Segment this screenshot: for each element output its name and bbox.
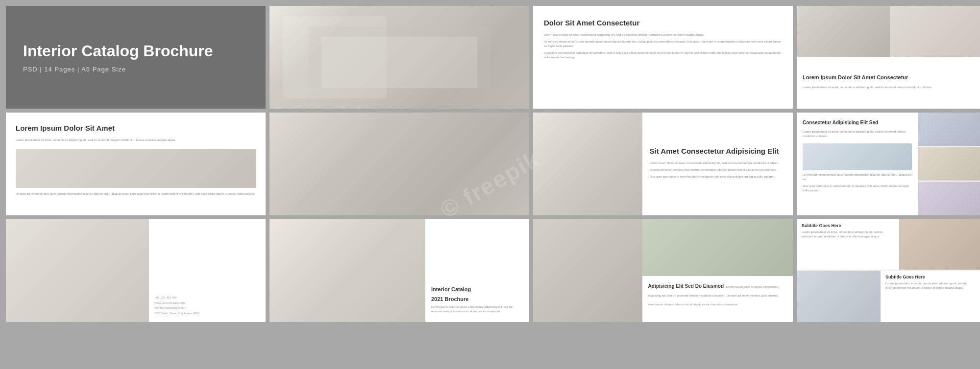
subtitle-body-2: Lorem ipsum dolor sit amet, consectetur … bbox=[885, 281, 978, 290]
sit-amet-image bbox=[533, 113, 642, 215]
contact-website: www.yourcompany.com bbox=[155, 300, 260, 306]
subtitle-body-1: Lorem ipsum dolor sit amet, consectetur … bbox=[802, 230, 894, 239]
adip-text-col: Adipisicing Elit Sed Do Eiusmod Lorem ip… bbox=[642, 276, 793, 323]
interior-image-page bbox=[270, 6, 529, 109]
subtitle-page: Subtitle Goes Here Lorem ipsum dolor sit… bbox=[797, 219, 980, 322]
consectetur-right-imgs bbox=[918, 113, 980, 215]
dolor-body3: Excepteur sint occaecat cupidatat non pr… bbox=[544, 51, 782, 60]
lorem-ipsum-dolor-heading: Lorem Ipsum Dolor Sit Amet Consectetur bbox=[803, 74, 977, 81]
consec-img-2 bbox=[918, 147, 980, 181]
subtitle-image-1 bbox=[899, 219, 980, 270]
contact-info-col: +01 123 453 789 www.yourcompany.com info… bbox=[149, 219, 266, 322]
sit-amet-body2: Ut enim ad minim veniam, quis nostrud ex… bbox=[650, 168, 785, 172]
sit-amet-page: Sit Amet Consectetur Adipisicing Elit Lo… bbox=[533, 113, 793, 215]
consectetur-body3: Duis aute irure dolor in reprehenderit i… bbox=[803, 184, 912, 193]
sit-amet-body1: Lorem ipsum dolor sit amet, consectetur … bbox=[650, 161, 785, 165]
dolor-heading: Dolor Sit Amet Consectetur bbox=[544, 18, 782, 28]
dolor-body1: Lorem ipsum dolor sit amet, consectetur … bbox=[544, 33, 782, 37]
consectetur-heading: Consectetur Adipisicing Elit Sed bbox=[803, 119, 912, 126]
sit-amet-heading: Sit Amet Consectetur Adipisicing Elit bbox=[650, 146, 785, 156]
interior-room-image bbox=[270, 6, 529, 109]
consectetur-text-col: Consectetur Adipisicing Elit Sed Lorem i… bbox=[797, 113, 918, 215]
catalog-2021-page: Interior Catalog 2021 Brochure Lorem ips… bbox=[270, 219, 529, 322]
subtitle-heading-2: Subtitle Goes Here bbox=[885, 275, 978, 279]
contact-room-image bbox=[6, 219, 149, 322]
catalog-title-line2: 2021 Brochure bbox=[431, 296, 523, 302]
contact-address: 123 Street, Tower City Name 3450 bbox=[155, 311, 260, 316]
lorem-ipsum-dolor-body: Lorem ipsum dolor sit amet, consectetur … bbox=[803, 85, 977, 90]
adipisicing-page: Adipisicing Elit Sed Do Eiusmod Lorem ip… bbox=[533, 219, 793, 322]
subtitle: PSD | 14 Pages | A5 Page Size bbox=[23, 66, 248, 73]
contact-page: +01 123 453 789 www.yourcompany.com info… bbox=[6, 219, 266, 322]
grid-img-sofa bbox=[890, 6, 980, 57]
consec-img-1 bbox=[918, 113, 980, 146]
subtitle-bottom-section: Subtitle Goes Here Lorem ipsum dolor sit… bbox=[797, 271, 980, 322]
dolor-text-page: Dolor Sit Amet Consectetur Lorem ipsum d… bbox=[533, 6, 793, 109]
lorem-small-img bbox=[16, 149, 256, 188]
main-title: Interior Catalog Brochure bbox=[23, 42, 248, 60]
subtitle-top-text: Subtitle Goes Here Lorem ipsum dolor sit… bbox=[797, 219, 899, 270]
consectetur-main-img bbox=[803, 143, 912, 170]
dolor-body2: Ut enim ad minim veniam, quis nostrud ex… bbox=[544, 40, 782, 48]
consectetur-page: Consectetur Adipisicing Elit Sed Lorem i… bbox=[797, 113, 980, 215]
contact-email: info@yourcompany.com bbox=[155, 305, 260, 311]
dining-room-image bbox=[270, 113, 529, 215]
adip-right-image bbox=[642, 219, 793, 276]
right-grid-page-1: Lorem Ipsum Dolor Sit Amet Consectetur L… bbox=[797, 6, 980, 109]
dining-room-page bbox=[270, 113, 529, 215]
lorem-ipsum-heading: Lorem Ipsum Dolor Sit Amet bbox=[16, 123, 256, 133]
subtitle-top-section: Subtitle Goes Here Lorem ipsum dolor sit… bbox=[797, 219, 980, 271]
grid-img-chair bbox=[797, 6, 890, 57]
contact-phone: +01 123 453 789 bbox=[155, 295, 260, 300]
catalog-body: Lorem ipsum dolor sit amet, consectetur … bbox=[431, 305, 523, 314]
title-page: Interior Catalog Brochure PSD | 14 Pages… bbox=[6, 6, 266, 109]
consec-img-3 bbox=[918, 182, 980, 215]
lorem-ipsum-page: Lorem Ipsum Dolor Sit Amet Lorem ipsum d… bbox=[6, 113, 266, 215]
lorem-ipsum-body2: Ut enim ad minim veniam, quis nostrud ex… bbox=[16, 192, 256, 196]
sit-amet-body3: Duis aute irure dolor in reprehenderit i… bbox=[650, 175, 785, 179]
subtitle-image-2 bbox=[797, 271, 881, 322]
adip-left-image bbox=[533, 219, 642, 322]
catalog-info-col: Interior Catalog 2021 Brochure Lorem ips… bbox=[425, 219, 529, 322]
adip-heading: Adipisicing Elit Sed Do Eiusmod bbox=[648, 283, 724, 289]
lorem-ipsum-body1: Lorem ipsum dolor sit amet, consectetur … bbox=[16, 138, 256, 142]
catalog-title-line1: Interior Catalog bbox=[431, 286, 523, 293]
consectetur-body1: Lorem ipsum dolor sit amet, consectetur … bbox=[803, 130, 912, 138]
main-grid: Interior Catalog Brochure PSD | 14 Pages… bbox=[0, 0, 980, 369]
subtitle-bottom-text: Subtitle Goes Here Lorem ipsum dolor sit… bbox=[881, 271, 980, 322]
catalog-sofa-image bbox=[270, 219, 425, 322]
consectetur-body2: Ut enim ad minim veniam, quis nostrud ex… bbox=[803, 173, 912, 182]
subtitle-heading-1: Subtitle Goes Here bbox=[802, 223, 894, 228]
sit-amet-text-col: Sit Amet Consectetur Adipisicing Elit Lo… bbox=[642, 113, 793, 215]
